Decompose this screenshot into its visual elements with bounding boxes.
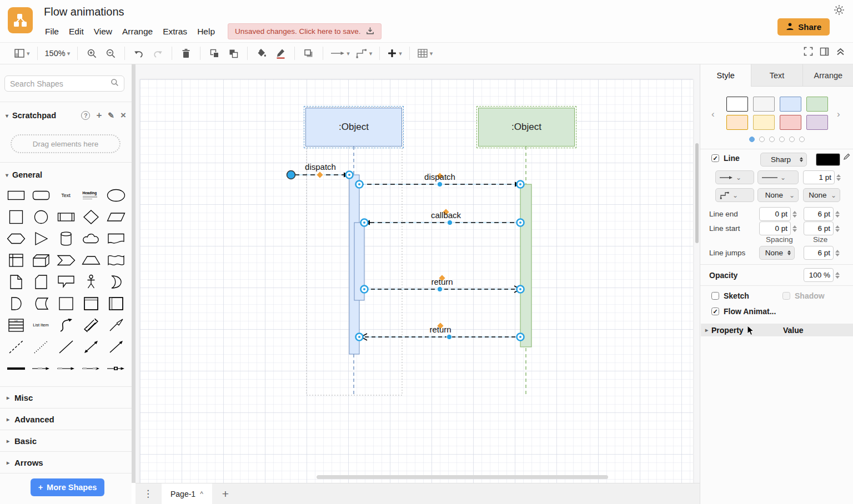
shape-cube[interactable] — [28, 249, 53, 271]
general-section-header[interactable]: ▾ General — [0, 167, 132, 183]
shape-connector-with-symbol[interactable] — [103, 357, 128, 379]
share-button[interactable]: Share — [777, 18, 830, 36]
shape-bidirectional-arrow[interactable] — [78, 314, 103, 336]
menu-edit[interactable]: Edit — [64, 24, 89, 39]
arrow-style-dropdown[interactable]: ⌄ — [715, 170, 754, 184]
shape-curve[interactable] — [53, 314, 78, 336]
sketch-toggle[interactable]: Sketch — [711, 291, 749, 300]
line-color-button[interactable] — [274, 46, 287, 61]
line-start-spacing-field[interactable]: 0 pt — [759, 221, 791, 235]
misc-section-header[interactable]: ▸ Misc — [0, 386, 132, 408]
shape-and[interactable] — [3, 293, 28, 314]
message-label-dispatch-2[interactable]: dispatch — [424, 172, 455, 182]
connection-style-button[interactable]: ▾ — [330, 46, 350, 61]
shape-triangle[interactable] — [28, 228, 53, 249]
search-input[interactable] — [10, 79, 111, 88]
sketch-checkbox[interactable] — [711, 292, 719, 300]
menu-arrange[interactable]: Arrange — [117, 24, 158, 39]
line-start-size-stepper[interactable] — [835, 225, 840, 232]
page-dot-5[interactable] — [789, 137, 795, 142]
shape-dashed-line[interactable] — [3, 336, 28, 357]
style-swatch-purple[interactable] — [806, 115, 828, 130]
shape-step[interactable] — [53, 249, 78, 271]
page-dot-4[interactable] — [779, 137, 785, 142]
shape-or[interactable] — [103, 271, 128, 293]
shape-card[interactable] — [28, 271, 53, 293]
app-logo-icon[interactable] — [8, 7, 33, 33]
style-swatch-orange[interactable] — [726, 115, 748, 130]
shape-plain-rectangle[interactable] — [53, 293, 78, 314]
object-lifeline-right[interactable]: :Object — [478, 108, 575, 147]
shape-container[interactable] — [78, 293, 103, 314]
line-start-style-select[interactable]: None ⌄ — [803, 188, 840, 202]
shape-tape[interactable] — [103, 249, 128, 271]
advanced-section-header[interactable]: ▸ Advanced — [0, 408, 132, 430]
opacity-field[interactable]: 100 % — [804, 268, 834, 282]
swatch-prev-icon[interactable]: ‹ — [711, 109, 715, 120]
shadow-checkbox[interactable] — [782, 292, 790, 300]
page-tab[interactable]: Page-1 ^ — [162, 483, 212, 504]
arrows-section-header[interactable]: ▸ Arrows — [0, 451, 132, 473]
zoom-out-button[interactable] — [104, 46, 117, 61]
line-toggle[interactable]: ✓ Line — [711, 154, 740, 163]
scratchpad-header[interactable]: ▾ Scratchpad ? + ✎ × — [0, 107, 132, 124]
menu-file[interactable]: File — [40, 24, 64, 39]
shape-bold-line[interactable] — [3, 357, 28, 379]
theme-toggle-icon[interactable] — [833, 4, 845, 18]
line-jumps-select[interactable]: None — [759, 246, 795, 260]
sidebar-scrollbar[interactable] — [132, 64, 136, 483]
line-end-size-stepper[interactable] — [835, 211, 840, 218]
to-back-button[interactable] — [227, 46, 240, 61]
style-swatch-green[interactable] — [806, 97, 828, 112]
shape-dotted-line[interactable] — [28, 336, 53, 357]
document-title[interactable]: Flow animations — [44, 6, 124, 18]
drawing-canvas[interactable]: :Object :Object dispatch dispatch callba… — [136, 64, 700, 483]
shape-rounded-rectangle[interactable] — [28, 184, 53, 206]
tab-style[interactable]: Style — [700, 64, 751, 87]
waypoints-dropdown[interactable]: ⌄ — [715, 188, 754, 202]
shape-list[interactable]: List — [3, 314, 28, 336]
more-shapes-button[interactable]: + More Shapes — [31, 478, 104, 496]
shape-document[interactable] — [103, 228, 128, 249]
shape-cloud[interactable] — [78, 228, 103, 249]
shape-note[interactable] — [3, 271, 28, 293]
fill-color-button[interactable] — [255, 46, 268, 61]
shape-square[interactable] — [3, 206, 28, 228]
line-jumps-size-field[interactable]: 6 pt — [804, 246, 834, 260]
page-dot-1[interactable] — [749, 137, 755, 142]
shape-link[interactable] — [28, 357, 53, 379]
shape-trapezoid[interactable] — [78, 249, 103, 271]
waypoint-style-button[interactable]: ▾ — [355, 46, 373, 61]
object-lifeline-left[interactable]: :Object — [305, 108, 402, 147]
shape-internal-storage[interactable] — [3, 249, 28, 271]
format-panel-toggle-button[interactable] — [820, 47, 829, 58]
add-page-button[interactable]: + — [222, 487, 229, 501]
line-start-size-field[interactable]: 6 pt — [804, 221, 834, 235]
line-style-select[interactable]: Sharp — [760, 153, 807, 167]
shape-process[interactable] — [53, 206, 78, 228]
close-icon[interactable]: × — [121, 110, 126, 121]
flow-animation-checkbox[interactable]: ✓ — [711, 308, 719, 315]
pages-menu-icon[interactable]: ⋮ — [143, 488, 153, 500]
page-dot-6[interactable] — [799, 137, 805, 142]
style-swatch-white[interactable] — [726, 97, 748, 112]
line-checkbox[interactable]: ✓ — [711, 154, 719, 162]
line-color-swatch[interactable] — [816, 153, 840, 166]
fullscreen-button[interactable] — [804, 47, 813, 58]
line-jumps-size-stepper[interactable] — [835, 250, 840, 256]
shape-hexagon[interactable] — [3, 228, 28, 249]
shape-list-item[interactable]: List Item — [28, 314, 53, 336]
shadow-button[interactable] — [302, 46, 315, 61]
eyedropper-icon[interactable] — [842, 153, 850, 164]
canvas-vertical-scrollbar[interactable] — [695, 143, 699, 243]
shape-actor[interactable] — [78, 271, 103, 293]
shape-directional-connector[interactable] — [103, 336, 128, 357]
shape-ellipse[interactable] — [103, 184, 128, 206]
activation-bar-right[interactable] — [520, 184, 531, 347]
redo-button[interactable] — [151, 46, 164, 61]
shape-callout[interactable] — [53, 271, 78, 293]
shape-textbox[interactable]: Heading — [78, 184, 103, 206]
line-width-field[interactable]: 1 pt — [803, 170, 835, 184]
shape-diamond[interactable] — [78, 206, 103, 228]
line-width-stepper[interactable] — [836, 174, 841, 181]
